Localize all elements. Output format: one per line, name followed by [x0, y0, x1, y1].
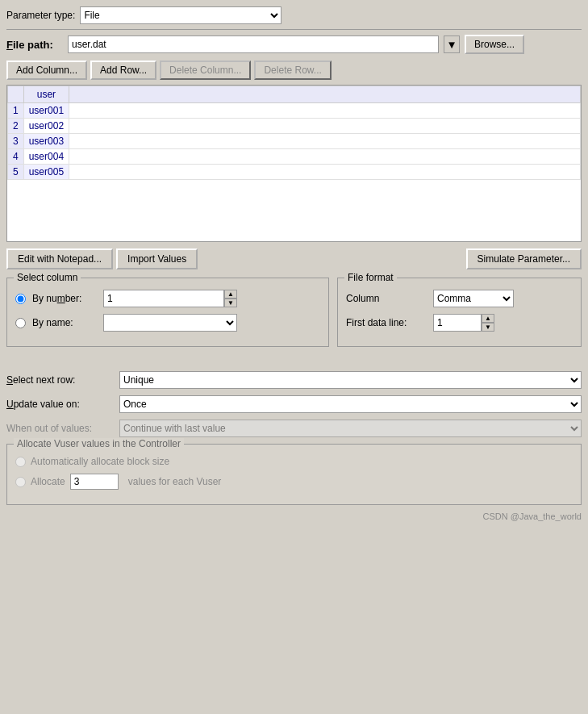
table-col-user-header: user: [23, 86, 69, 103]
table-col-num-header: [8, 86, 24, 103]
by-number-input[interactable]: [103, 290, 224, 307]
table-cell-empty: [69, 165, 581, 180]
edit-notepad-btn[interactable]: Edit with Notepad...: [6, 248, 113, 269]
panels-row: Select column By number: ▲ ▼: [6, 278, 582, 347]
ff-firstline-input[interactable]: [433, 314, 482, 332]
allocate-manual-label: Allocate: [31, 476, 65, 487]
allocate-manual-row: Allocate values for each Vuser: [15, 474, 573, 490]
by-number-down-btn[interactable]: ▼: [224, 299, 237, 307]
ff-column-row: Column Comma Tab Space: [346, 290, 573, 307]
ff-firstline-label: First data line:: [346, 317, 427, 328]
by-name-radio[interactable]: [15, 318, 26, 328]
table-cell-num: 4: [8, 149, 24, 165]
table-cell-user: user001: [23, 103, 69, 119]
table-row: 1user001: [8, 103, 581, 119]
by-name-select[interactable]: [103, 314, 237, 332]
browse-btn[interactable]: Browse...: [465, 35, 524, 54]
add-column-btn[interactable]: Add Column...: [6, 61, 87, 80]
ff-firstline-up-btn[interactable]: ▲: [482, 314, 494, 323]
table-cell-empty: [69, 134, 581, 149]
delete-row-btn[interactable]: Delete Row...: [254, 61, 331, 80]
table-cell-user: user003: [23, 134, 69, 149]
allocate-title: Allocate Vuser values in the Controller: [14, 438, 184, 449]
table-cell-num: 2: [8, 119, 24, 134]
filepath-dropdown-btn[interactable]: ▼: [444, 35, 460, 53]
ff-column-select[interactable]: Comma Tab Space: [433, 290, 514, 307]
allocate-group: Allocate Vuser values in the Controller …: [6, 444, 582, 505]
watermark: CSDN @Java_the_world: [6, 511, 582, 521]
ff-firstline-spinner-btns: ▲ ▼: [482, 314, 494, 332]
table-row: 4user004: [8, 149, 581, 165]
allocate-manual-radio[interactable]: [15, 477, 26, 487]
main-container: Parameter type: File File path: ▼ Browse…: [0, 0, 588, 528]
filepath-input[interactable]: [68, 35, 439, 53]
select-next-row-label: Select next row:: [6, 374, 119, 386]
when-out-of-values-select[interactable]: Continue with last value Abort Vuser Cyc…: [119, 420, 582, 437]
allocate-suffix: values for each Vuser: [128, 476, 222, 487]
by-number-radio[interactable]: [15, 294, 26, 304]
by-name-label: By name:: [32, 317, 97, 328]
table-row: 3user003: [8, 134, 581, 149]
update-value-on-row: Update value on: Once Each Iteration Eac…: [6, 395, 582, 413]
by-number-spinner-wrap: ▲ ▼: [103, 290, 237, 307]
ff-firstline-down-btn[interactable]: ▼: [482, 323, 494, 332]
param-type-label: Parameter type:: [6, 10, 75, 21]
when-out-of-values-row: When out of values: Continue with last v…: [6, 420, 582, 437]
table-cell-user: user002: [23, 119, 69, 134]
when-out-of-values-label: When out of values:: [6, 423, 119, 434]
by-number-row: By number: ▲ ▼: [15, 290, 320, 307]
update-value-on-label: Update value on:: [6, 399, 119, 410]
allocate-auto-radio[interactable]: [15, 457, 26, 467]
select-next-row-select[interactable]: Unique Sequential Random Same Line as Pa…: [119, 371, 582, 389]
table-cell-user: user005: [23, 165, 69, 180]
bottom-btn-row: Edit with Notepad... Import Values Simul…: [6, 248, 582, 269]
table-cell-num: 1: [8, 103, 24, 119]
table-body: 1user0012user0023user0034user0045user005: [8, 103, 581, 180]
filepath-label: File path:: [6, 39, 63, 51]
select-next-row-row: Select next row: Unique Sequential Rando…: [6, 371, 582, 389]
allocate-auto-row: Automatically allocate block size: [15, 456, 573, 467]
file-format-title: File format: [344, 272, 397, 283]
table-cell-user: user004: [23, 149, 69, 165]
table-row: 5user005: [8, 165, 581, 180]
file-format-group: File format Column Comma Tab Space First…: [337, 278, 582, 347]
table-row: 2user002: [8, 119, 581, 134]
table-cell-num: 5: [8, 165, 24, 180]
ff-firstline-spinner-wrap: ▲ ▼: [433, 314, 494, 332]
delete-column-btn[interactable]: Delete Column...: [160, 61, 251, 80]
by-number-label: By number:: [32, 293, 97, 304]
table-cell-empty: [69, 103, 581, 119]
update-value-on-select[interactable]: Once Each Iteration Each Occurrence: [119, 395, 582, 413]
table-cell-empty: [69, 149, 581, 165]
by-name-row: By name:: [15, 314, 320, 332]
lower-section: Select next row: Unique Sequential Rando…: [6, 371, 582, 505]
allocate-value-input[interactable]: [70, 474, 119, 490]
param-type-select[interactable]: File: [80, 6, 281, 24]
toolbar-row: Add Column... Add Row... Delete Column..…: [6, 61, 582, 80]
select-column-title: Select column: [14, 272, 81, 283]
select-col-content: By number: ▲ ▼ By name:: [15, 290, 320, 332]
data-table-container: user 1user0012user0023user0034user0045us…: [6, 85, 582, 242]
by-number-spinner-btns: ▲ ▼: [224, 290, 237, 307]
allocate-auto-label: Automatically allocate block size: [31, 456, 169, 467]
select-column-group: Select column By number: ▲ ▼: [6, 278, 329, 347]
data-table: user 1user0012user0023user0034user0045us…: [7, 86, 581, 180]
param-type-row: Parameter type: File: [6, 6, 582, 30]
table-header-row: user: [8, 86, 581, 103]
add-row-btn[interactable]: Add Row...: [90, 61, 156, 80]
table-cell-empty: [69, 119, 581, 134]
simulate-param-btn[interactable]: Simulate Parameter...: [466, 248, 582, 269]
ff-column-label: Column: [346, 293, 427, 304]
filepath-row: File path: ▼ Browse...: [6, 35, 582, 54]
table-cell-num: 3: [8, 134, 24, 149]
import-values-btn[interactable]: Import Values: [116, 248, 198, 269]
by-number-up-btn[interactable]: ▲: [224, 290, 237, 299]
ff-firstline-row: First data line: ▲ ▼: [346, 314, 573, 332]
table-col-empty-header: [69, 86, 581, 103]
